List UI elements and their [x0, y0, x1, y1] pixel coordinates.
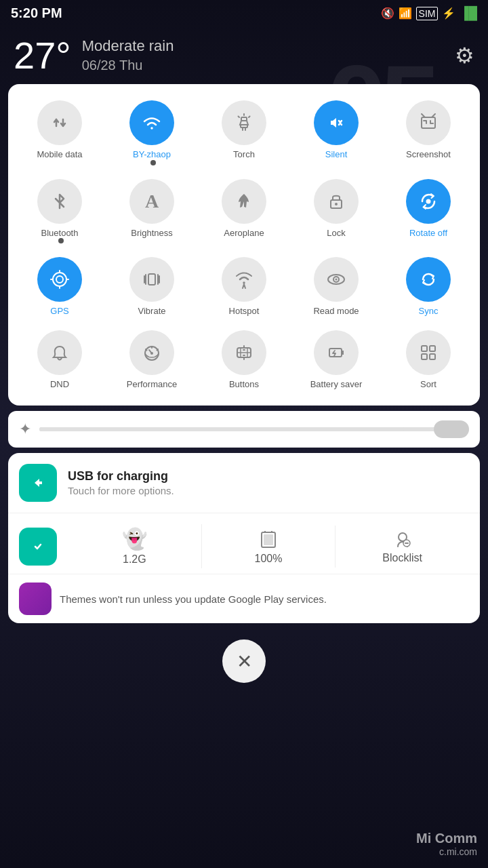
qs-item-dnd[interactable]: DND — [14, 325, 106, 395]
ghost-icon: 👻 — [122, 527, 147, 551]
close-button-container: ✕ — [0, 639, 488, 683]
usb-notification[interactable]: USB for charging Touch for more options. — [8, 453, 480, 513]
qs-item-silent[interactable]: Silent — [290, 95, 382, 171]
sort-label: Sort — [420, 379, 436, 390]
gps-label: GPS — [50, 306, 68, 317]
security-notification[interactable]: 👻 1.2G 100% — [8, 513, 480, 574]
svg-rect-19 — [430, 354, 435, 359]
status-time: 5:20 PM — [11, 5, 62, 21]
qs-item-readmode[interactable]: Read mode — [290, 252, 382, 322]
svg-rect-15 — [329, 349, 342, 357]
buttons-label: Buttons — [229, 379, 259, 390]
status-icons: 🔇 📶 SIM ⚡ ▐█ — [381, 6, 477, 20]
sort-icon — [406, 330, 451, 375]
qs-item-gps[interactable]: GPS — [14, 252, 106, 322]
brightness-sun-icon: ✦ — [19, 420, 31, 438]
stats-row: 👻 1.2G 100% — [68, 524, 469, 568]
themes-text: Themes won't run unless you update Googl… — [60, 593, 327, 605]
charging-icon: ⚡ — [442, 7, 455, 20]
sim-icon: SIM — [416, 7, 439, 20]
qs-item-hotspot[interactable]: Hotspot — [198, 252, 290, 322]
wifi-icon: 📶 — [399, 7, 412, 20]
qs-item-sync[interactable]: Sync — [382, 252, 474, 322]
weather-row: 27° Moderate rain 06/28 Thu ⚙ — [0, 26, 488, 84]
wifi-dot — [150, 160, 156, 165]
screenshot-label: Screenshot — [406, 149, 451, 160]
wifi-qs-icon — [129, 100, 174, 145]
svg-rect-22 — [264, 534, 273, 545]
watermark-title: Mi Comm — [416, 831, 477, 846]
silent-icon — [314, 100, 359, 145]
qs-item-aeroplane[interactable]: Aeroplane — [198, 174, 290, 250]
svg-rect-18 — [422, 354, 427, 359]
svg-rect-8 — [148, 274, 155, 285]
hotspot-label: Hotspot — [229, 306, 260, 317]
sync-icon — [406, 257, 451, 302]
qs-item-wifi[interactable]: BY-zhaop — [106, 95, 198, 171]
svg-point-6 — [53, 273, 66, 286]
battery-stat: 100% — [202, 526, 336, 568]
security-icon — [19, 528, 57, 566]
svg-rect-16 — [422, 346, 427, 351]
blocklist-value: Blocklist — [382, 552, 422, 564]
bluetooth-label: Bluetooth — [41, 228, 79, 239]
ghost-value: 1.2G — [123, 553, 146, 566]
brightness-fill — [39, 427, 405, 431]
weather-info: Moderate rain 06/28 Thu — [82, 37, 174, 73]
brightness-handle[interactable] — [434, 420, 469, 438]
weather-condition: Moderate rain — [82, 37, 174, 55]
status-bar: 5:20 PM 🔇 📶 SIM ⚡ ▐█ — [0, 0, 488, 26]
battery-saver-label: Battery saver — [310, 379, 363, 390]
qs-item-buttons[interactable]: Buttons — [198, 325, 290, 395]
qs-item-lock[interactable]: Lock — [290, 174, 382, 250]
qs-item-rotate[interactable]: Rotate off — [382, 174, 474, 250]
screenshot-icon — [406, 100, 451, 145]
torch-icon — [222, 100, 266, 145]
usb-subtitle: Touch for more options. — [68, 485, 469, 496]
aeroplane-label: Aeroplane — [224, 228, 264, 239]
usb-notif-text: USB for charging Touch for more options. — [68, 469, 469, 496]
qs-item-sort[interactable]: Sort — [382, 325, 474, 395]
wifi-label: BY-zhaop — [133, 149, 171, 160]
themes-icon — [19, 583, 52, 615]
battery-icon: ▐█ — [460, 6, 477, 20]
qs-item-vibrate[interactable]: Vibrate — [106, 252, 198, 322]
watermark: Mi Comm c.mi.com — [416, 831, 477, 857]
sync-label: Sync — [419, 306, 439, 317]
battery-value: 100% — [255, 553, 283, 565]
battery-stat-icon — [259, 528, 278, 550]
ghost-stat: 👻 1.2G — [68, 524, 202, 568]
qs-item-mobile-data[interactable]: Mobile data — [14, 95, 106, 171]
hotspot-icon — [222, 257, 266, 302]
svg-rect-17 — [430, 346, 435, 351]
close-button[interactable]: ✕ — [222, 639, 266, 683]
buttons-icon — [222, 330, 266, 375]
svg-point-4 — [335, 203, 338, 205]
brightness-slider-row[interactable]: ✦ — [8, 411, 480, 448]
qs-item-bluetooth[interactable]: Bluetooth — [14, 174, 106, 250]
blocklist-icon — [392, 529, 413, 549]
mute-icon: 🔇 — [381, 7, 394, 20]
torch-label: Torch — [233, 149, 255, 160]
svg-rect-1 — [241, 125, 247, 127]
brightness-bar[interactable] — [39, 427, 469, 431]
gps-icon — [37, 257, 82, 302]
qs-item-battery-saver[interactable]: Battery saver — [290, 325, 382, 395]
watermark-subtitle: c.mi.com — [416, 846, 477, 857]
themes-notice[interactable]: Themes won't run unless you update Googl… — [8, 574, 480, 623]
svg-point-13 — [150, 352, 153, 355]
weather-date: 06/28 Thu — [82, 58, 174, 73]
aeroplane-icon — [222, 179, 266, 224]
dnd-label: DND — [50, 379, 69, 390]
qs-item-screenshot[interactable]: Screenshot — [382, 95, 474, 171]
rotate-icon — [406, 179, 451, 224]
mobile-data-label: Mobile data — [37, 149, 82, 160]
battery-saver-icon — [314, 330, 359, 375]
vibrate-label: Vibrate — [138, 306, 166, 317]
qs-item-performance[interactable]: Performance — [106, 325, 198, 395]
qs-item-torch[interactable]: Torch — [198, 95, 290, 171]
settings-icon[interactable]: ⚙ — [455, 43, 474, 68]
qs-item-brightness[interactable]: A Brightness — [106, 174, 198, 250]
dnd-icon — [37, 330, 82, 375]
brightness-label: Brightness — [131, 228, 172, 239]
